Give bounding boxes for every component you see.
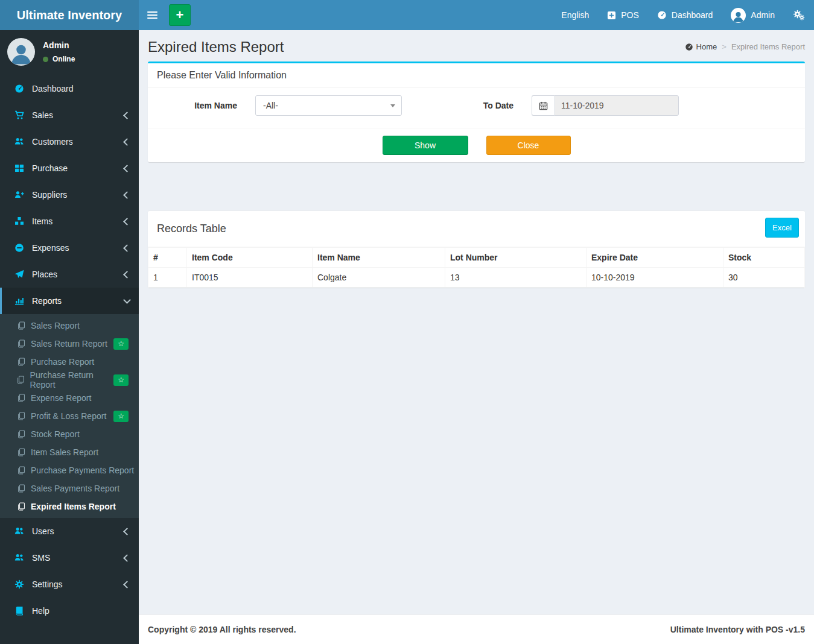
cell-lot-number: 13 xyxy=(445,268,587,288)
star-badge: ☆ xyxy=(113,411,129,422)
chevron-left-icon xyxy=(123,271,131,279)
sidebar-item-purchase-report[interactable]: Purchase Report xyxy=(0,353,139,371)
user-status: Online xyxy=(43,55,75,63)
sidebar-menu: Dashboard Sales Customers Purchase Suppl… xyxy=(0,75,139,624)
close-button[interactable]: Close xyxy=(486,136,571,155)
grid-icon xyxy=(13,163,25,173)
sidebar-item-suppliers[interactable]: Suppliers xyxy=(0,182,139,208)
gears-icon xyxy=(13,579,25,589)
table-header-row: # Item Code Item Name Lot Number Expire … xyxy=(148,248,805,268)
column-header: Lot Number xyxy=(445,248,587,268)
copy-icon xyxy=(16,358,26,366)
sidebar-item-expenses[interactable]: Expenses xyxy=(0,235,139,261)
top-navbar: + English POS Dashboard xyxy=(139,0,814,30)
copy-icon xyxy=(16,448,26,456)
records-panel-heading: Records Table Excel xyxy=(148,211,805,247)
chevron-left-icon xyxy=(123,112,131,119)
copy-icon xyxy=(16,321,26,330)
chevron-left-icon xyxy=(123,218,131,226)
excel-export-button[interactable]: Excel xyxy=(765,218,799,238)
breadcrumb: Home > Expired Items Report xyxy=(685,42,805,51)
sidebar-item-customers[interactable]: Customers xyxy=(0,128,139,155)
cart-icon xyxy=(13,110,25,120)
copy-icon xyxy=(16,394,26,402)
sidebar-item-settings[interactable]: Settings xyxy=(0,571,139,598)
chevron-left-icon xyxy=(123,244,131,252)
user-name: Admin xyxy=(43,40,75,50)
cell-item-name: Colgate xyxy=(313,268,445,288)
users-icon xyxy=(13,526,25,536)
app-window: Ultimate Inventory + English POS xyxy=(0,0,814,644)
nav-dashboard[interactable]: Dashboard xyxy=(648,0,722,30)
nav-language[interactable]: English xyxy=(552,0,598,30)
sidebar-item-sales-payments-report[interactable]: Sales Payments Report xyxy=(0,479,139,497)
chevron-down-icon xyxy=(123,296,131,304)
sidebar-item-dashboard[interactable]: Dashboard xyxy=(0,75,139,102)
sidebar-toggle-button[interactable] xyxy=(139,0,165,30)
main-content: Expired Items Report Home > Expired Item… xyxy=(139,30,814,614)
chevron-left-icon xyxy=(123,581,131,589)
to-date-input[interactable] xyxy=(555,95,679,116)
item-name-select[interactable]: -All- xyxy=(255,95,402,116)
item-name-selected-value: -All- xyxy=(263,101,278,110)
navbar-right: English POS Dashboard xyxy=(552,0,814,30)
to-date-label: To Date xyxy=(402,101,532,110)
sidebar-item-sales-report[interactable]: Sales Report xyxy=(0,317,139,335)
sidebar-user-panel: Admin Online xyxy=(0,30,139,74)
sidebar-item-sms[interactable]: SMS xyxy=(0,545,139,571)
calendar-icon[interactable] xyxy=(532,95,555,116)
sidebar-item-purchase-payments-report[interactable]: Purchase Payments Report xyxy=(0,461,139,479)
column-header: Item Code xyxy=(187,248,313,268)
records-table: # Item Code Item Name Lot Number Expire … xyxy=(148,247,805,288)
table-row: 1 IT0015 Colgate 13 10-10-2019 30 xyxy=(148,268,805,288)
sidebar-item-help[interactable]: Help xyxy=(0,598,139,624)
nav-pos[interactable]: POS xyxy=(598,0,648,30)
chevron-left-icon xyxy=(123,528,131,535)
filter-panel-footer: Show Close xyxy=(148,128,805,162)
nav-user-menu[interactable]: Admin xyxy=(722,0,784,30)
reports-submenu: Sales Report Sales Return Report☆ Purcha… xyxy=(0,314,139,518)
chevron-left-icon xyxy=(123,138,131,146)
show-button[interactable]: Show xyxy=(383,136,468,155)
nav-settings[interactable] xyxy=(784,0,814,30)
copy-icon xyxy=(16,502,26,511)
paper-plane-icon xyxy=(13,270,25,279)
column-header: Item Name xyxy=(313,248,445,268)
sidebar-item-stock-report[interactable]: Stock Report xyxy=(0,425,139,443)
sidebar-item-profit-loss-report[interactable]: Profit & Loss Report☆ xyxy=(0,407,139,425)
sidebar-item-items[interactable]: Items xyxy=(0,208,139,235)
sidebar-item-item-sales-report[interactable]: Item Sales Report xyxy=(0,443,139,461)
book-icon xyxy=(13,606,25,616)
copy-icon xyxy=(16,412,26,420)
online-dot-icon xyxy=(43,57,48,62)
to-date-group xyxy=(532,95,679,116)
sidebar-item-places[interactable]: Places xyxy=(0,261,139,288)
dashboard-icon xyxy=(657,10,667,20)
breadcrumb-separator: > xyxy=(722,42,727,51)
sidebar-item-users[interactable]: Users xyxy=(0,518,139,545)
sidebar-item-expense-report[interactable]: Expense Report xyxy=(0,389,139,407)
sidebar-item-sales[interactable]: Sales xyxy=(0,102,139,128)
sidebar-item-purchase[interactable]: Purchase xyxy=(0,155,139,182)
users-icon xyxy=(13,553,25,563)
breadcrumb-home-link[interactable]: Home xyxy=(685,42,717,51)
sidebar-item-purchase-return-report[interactable]: Purchase Return Report☆ xyxy=(0,371,139,389)
copy-icon xyxy=(16,484,26,493)
content-header: Expired Items Report Home > Expired Item… xyxy=(148,30,805,62)
cell-expire-date: 10-10-2019 xyxy=(587,268,723,288)
version-text: Ultimate Inventory with POS -v1.5 xyxy=(670,625,805,634)
cell-item-code: IT0015 xyxy=(187,268,313,288)
avatar xyxy=(731,8,746,23)
avatar xyxy=(7,38,35,66)
user-plus-icon xyxy=(13,190,25,200)
copy-icon xyxy=(16,466,26,475)
item-name-label: Item Name xyxy=(157,101,255,110)
copy-icon xyxy=(16,430,26,438)
copyright-text: Copyright © 2019 All rights reserved. xyxy=(148,625,296,634)
sidebar-item-sales-return-report[interactable]: Sales Return Report☆ xyxy=(0,335,139,353)
sidebar-item-expired-items-report[interactable]: Expired Items Report xyxy=(0,497,139,516)
sidebar-item-reports[interactable]: Reports xyxy=(0,288,139,314)
quick-add-button[interactable]: + xyxy=(169,4,191,26)
app-logo[interactable]: Ultimate Inventory xyxy=(0,0,139,30)
page-footer: Copyright © 2019 All rights reserved. Ul… xyxy=(139,614,814,644)
